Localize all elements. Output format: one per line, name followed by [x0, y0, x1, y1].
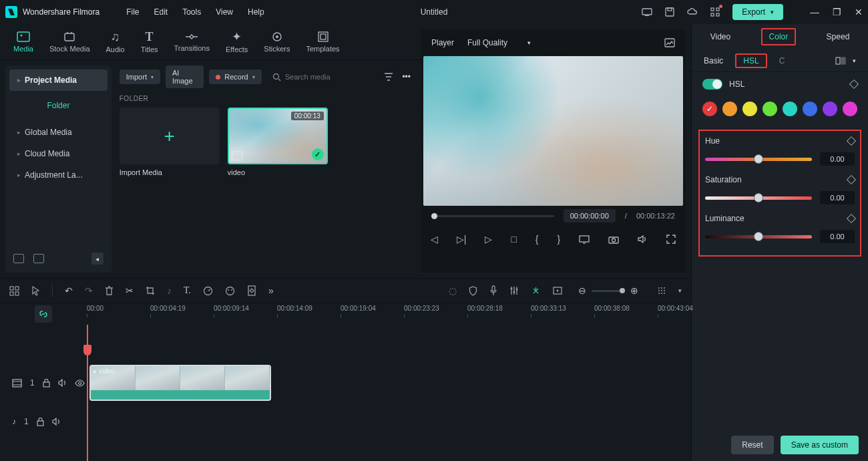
saturation-slider[interactable]	[705, 196, 812, 200]
save-custom-button[interactable]: Save as custom	[781, 436, 859, 454]
search-media[interactable]	[267, 73, 377, 82]
import-button[interactable]: Import▾	[120, 69, 160, 84]
import-media-tile[interactable]: + Import Media	[120, 108, 220, 176]
collapse-sidebar[interactable]: ◂	[91, 253, 103, 265]
snapshot-top-icon[interactable]	[664, 38, 675, 47]
color-icon[interactable]	[225, 286, 235, 296]
zoom-out-icon[interactable]: ⊖	[578, 285, 586, 296]
subtab-dn-icon[interactable]: ▾	[853, 57, 856, 64]
zoom-slider[interactable]	[592, 290, 625, 292]
search-input[interactable]	[285, 73, 372, 81]
mark-in-icon[interactable]: {	[535, 234, 539, 245]
subtab-hsl[interactable]: HSL	[735, 53, 767, 68]
tab-speed[interactable]: Speed	[820, 29, 857, 44]
luminance-slider[interactable]	[705, 235, 812, 239]
export-button[interactable]: Export▾	[732, 4, 783, 20]
lum-keyframe[interactable]	[847, 214, 856, 223]
filter-icon[interactable]	[383, 69, 395, 84]
apps-icon[interactable]	[710, 7, 720, 17]
swatch-6[interactable]	[823, 102, 837, 116]
tl-apps-icon[interactable]	[9, 286, 19, 296]
menu-help[interactable]: Help	[248, 7, 264, 17]
volume-icon[interactable]	[638, 235, 648, 244]
swatch-2[interactable]	[742, 102, 757, 116]
hue-keyframe[interactable]	[847, 136, 856, 146]
cloud-media[interactable]: ▸Cloud Media	[9, 143, 107, 164]
delete-icon[interactable]	[105, 286, 114, 296]
magnetic-icon[interactable]	[531, 286, 541, 296]
minimize-button[interactable]: ―	[810, 7, 819, 17]
record-button[interactable]: Record▾	[209, 69, 261, 84]
stop-icon[interactable]: □	[511, 234, 516, 245]
mixer-icon[interactable]	[509, 286, 519, 295]
split-icon[interactable]: ✂	[126, 285, 134, 296]
nav-stickers[interactable]: Stickers	[264, 31, 290, 53]
nav-titles[interactable]: TTitles	[141, 31, 158, 53]
timeline-ruler[interactable]: 00:0000:00:04:1900:00:09:1400:00:14:0900…	[0, 303, 691, 325]
swatch-5[interactable]	[803, 102, 817, 116]
new-bin-icon[interactable]	[33, 254, 44, 263]
video-track[interactable]: 1 ▸video	[0, 363, 691, 402]
step-back-icon[interactable]: ▷|	[457, 234, 467, 245]
keyframe-diamond[interactable]	[849, 80, 859, 89]
hsl-toggle[interactable]	[702, 79, 722, 90]
device-icon[interactable]	[642, 7, 652, 17]
subtab-c[interactable]: C	[779, 56, 785, 65]
scrub-track[interactable]	[431, 215, 554, 217]
maximize-button[interactable]: ❐	[833, 7, 841, 17]
prev-frame-icon[interactable]: ◁	[431, 234, 438, 245]
link-icon[interactable]	[35, 305, 52, 323]
reset-button[interactable]: Reset	[731, 436, 773, 454]
hue-value[interactable]: 0.00	[820, 152, 855, 166]
menu-file[interactable]: File	[126, 7, 139, 17]
snapshot-icon[interactable]	[608, 235, 619, 244]
global-media[interactable]: ▸Global Media	[9, 122, 107, 143]
track-dn-icon[interactable]: ▾	[678, 287, 682, 294]
timeline-clip[interactable]: ▸video	[89, 365, 271, 401]
ai-image-button[interactable]: AI Image	[166, 65, 204, 88]
adjustment-layer[interactable]: ▸Adjustment La...	[9, 164, 107, 186]
redo-icon[interactable]: ↷	[85, 285, 93, 296]
pointer-icon[interactable]	[31, 286, 40, 296]
track-options-icon[interactable]	[657, 286, 666, 295]
hue-slider[interactable]	[705, 158, 812, 161]
media-clip[interactable]: 00:00:13 ✓ video	[228, 108, 328, 176]
project-media[interactable]: ▸Project Media	[9, 69, 107, 91]
tab-color[interactable]: Color	[761, 28, 797, 45]
audio-track[interactable]: ♪ 1	[0, 402, 691, 441]
close-button[interactable]: ✕	[855, 7, 863, 17]
swatch-1[interactable]	[722, 102, 737, 116]
tab-video[interactable]: Video	[704, 29, 737, 44]
menu-tools[interactable]: Tools	[182, 7, 201, 17]
fullscreen-icon[interactable]	[666, 235, 676, 244]
quality-select[interactable]: Full Quality▾	[467, 38, 531, 47]
nav-stock[interactable]: Stock Media	[49, 31, 90, 53]
mute-icon-a[interactable]	[52, 418, 61, 426]
marker-icon[interactable]	[553, 287, 562, 295]
play-icon[interactable]: ▷	[485, 234, 492, 245]
mute-icon[interactable]	[58, 379, 67, 387]
nav-audio[interactable]: ♫Audio	[106, 31, 125, 53]
lock-icon[interactable]	[43, 379, 50, 388]
display-icon[interactable]	[579, 235, 590, 244]
lum-value[interactable]: 0.00	[820, 230, 855, 243]
crop-icon[interactable]	[146, 286, 155, 295]
keyframe-icon[interactable]	[247, 285, 256, 296]
nav-templates[interactable]: Templates	[306, 31, 339, 53]
more-icon[interactable]: •••	[400, 69, 413, 84]
folder-item[interactable]: Folder	[9, 95, 107, 116]
sat-keyframe[interactable]	[847, 175, 856, 184]
music-icon[interactable]: ♪	[167, 285, 172, 296]
zoom-in-icon[interactable]: ⊕	[630, 285, 638, 296]
eye-icon[interactable]	[75, 379, 85, 387]
menu-edit[interactable]: Edit	[154, 7, 168, 17]
lock-icon-a[interactable]	[37, 418, 44, 426]
text-icon[interactable]: T.	[184, 285, 191, 296]
new-folder-icon[interactable]	[13, 254, 24, 263]
sat-value[interactable]: 0.00	[820, 191, 855, 204]
swatch-0[interactable]: ✓	[702, 102, 717, 116]
nav-effects[interactable]: ✦Effects	[226, 31, 248, 53]
shield-icon[interactable]	[469, 286, 477, 296]
save-icon[interactable]	[664, 7, 675, 17]
subtab-basic[interactable]: Basic	[704, 56, 723, 65]
